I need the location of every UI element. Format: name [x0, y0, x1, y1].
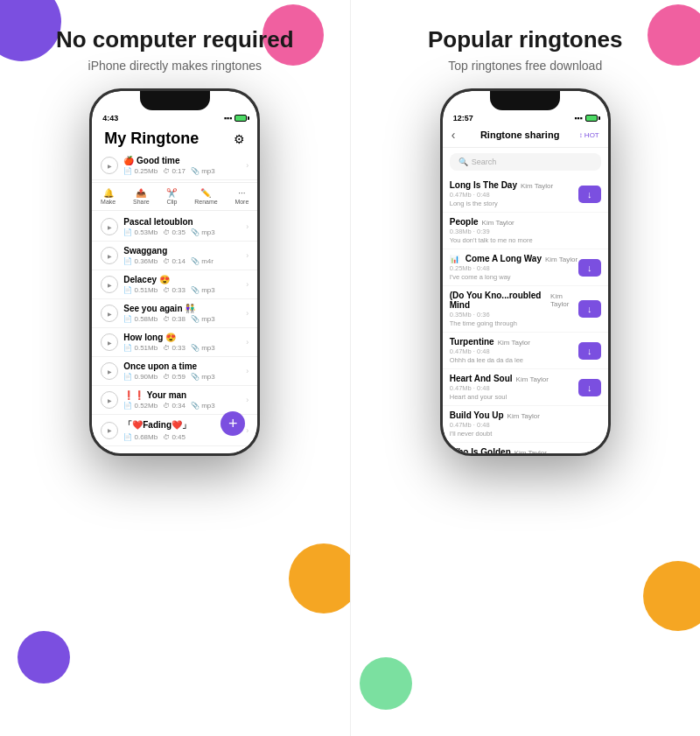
song-artist: Kim Taylor: [508, 412, 540, 420]
list-item[interactable]: Once upon a time 📄 0.90Mb ⏱ 0:59 📎 mp3 ›: [92, 357, 257, 386]
download-button[interactable]: [578, 379, 601, 396]
blob-decoration: [289, 543, 350, 613]
duration: ⏱ 0:33: [163, 344, 186, 352]
file-size: 📄 0.25Mb: [123, 167, 158, 175]
list-item[interactable]: Long Is The Day Kim Taylor 0.47Mb · 0:48…: [443, 176, 608, 213]
wifi-icon: ▪▪▪: [224, 114, 233, 123]
right-screen-header: ‹ Ringtone sharing ↕ HOT: [443, 123, 608, 148]
right-panel: Popular ringtones Top ringtones free dow…: [351, 0, 701, 736]
blob-decoration: [643, 561, 700, 631]
toolbar-item-make[interactable]: 🔔 Make: [101, 188, 116, 205]
song-meta: 0.35Mb · 0:36: [450, 311, 578, 319]
toolbar-item-rename[interactable]: ✏️ Rename: [194, 188, 217, 205]
play-button[interactable]: [101, 422, 118, 439]
ringtone-name: ❗❗ Your man: [123, 390, 246, 400]
ringtone-info: ❗❗ Your man 📄 0.52Mb ⏱ 0:34 📎 mp3: [123, 390, 246, 410]
song-info: Heart And Soul Kim Taylor 0.47Mb · 0:48 …: [450, 374, 578, 401]
download-button[interactable]: [578, 259, 601, 277]
list-item[interactable]: 📊 Come A Long Way Kim Taylor 0.25Mb · 0:…: [443, 249, 608, 286]
chevron-right-icon: ›: [246, 396, 248, 404]
list-item[interactable]: How long 😍 📄 0.51Mb ⏱ 0:33 📎 mp3 ›: [92, 328, 257, 357]
song-meta: 0.47Mb · 0:48: [450, 191, 578, 199]
ringtone-sharing-title: Ringtone sharing: [460, 130, 578, 140]
signal-icon: ▪▪▪: [574, 114, 583, 123]
song-title-row: People Kim Taylor: [450, 217, 601, 227]
list-item[interactable]: 🍎 Good time 📄 0.25Mb ⏱ 0:17 📎 mp3 ›: [92, 151, 257, 180]
list-item[interactable]: Heart And Soul Kim Taylor 0.47Mb · 0:48 …: [443, 369, 608, 406]
chevron-right-icon: ›: [246, 309, 248, 318]
right-time: 12:57: [453, 114, 473, 123]
search-bar[interactable]: 🔍 Search: [450, 153, 601, 171]
back-button[interactable]: ‹: [452, 128, 456, 142]
list-item[interactable]: (Do You Kno...roubled Mind Kim Taylor 0.…: [443, 286, 608, 333]
play-button[interactable]: [101, 391, 118, 409]
play-button[interactable]: [101, 333, 118, 351]
song-title: (Do You Kno...roubled Mind: [450, 291, 547, 310]
play-button[interactable]: [101, 305, 118, 322]
settings-icon[interactable]: ⚙: [234, 132, 245, 146]
left-status-icons: ▪▪▪: [224, 114, 248, 123]
duration: ⏱ 0:59: [163, 373, 186, 381]
chevron-right-icon: ›: [246, 251, 248, 260]
play-button[interactable]: [101, 276, 118, 293]
ringtone-info: See you again 👫 📄 0.58Mb ⏱ 0:38 📎 mp3: [123, 304, 246, 323]
chevron-right-icon: ›: [246, 426, 248, 435]
rename-icon: ✏️: [200, 188, 211, 198]
left-phone-screen: 4:43 ▪▪▪ My Ringtone ⚙ 🍎 Good time 📄 0.2…: [92, 91, 257, 453]
left-screen-content: My Ringtone ⚙ 🍎 Good time 📄 0.25Mb ⏱ 0:1…: [92, 123, 257, 453]
song-desc: I'll never doubt: [450, 430, 601, 438]
file-size: 📄 0.51Mb: [123, 286, 158, 294]
blob-decoration: [0, 0, 61, 61]
download-button[interactable]: [578, 186, 601, 203]
phone-notch: [140, 91, 210, 110]
play-button[interactable]: [101, 362, 118, 380]
hot-sort-button[interactable]: ↕ HOT: [579, 131, 599, 139]
song-meta: 0.25Mb · 0:48: [450, 264, 578, 272]
toolbar-label: Clip: [166, 199, 177, 205]
toolbar-item-share[interactable]: 📤 Share: [133, 188, 150, 205]
ringtone-name: Delacey 😍: [123, 275, 246, 284]
ringtone-info: How long 😍 📄 0.51Mb ⏱ 0:33 📎 mp3: [123, 333, 246, 352]
ringtone-name: See you again 👫: [123, 304, 246, 313]
blob-decoration: [18, 631, 70, 683]
song-desc: Long is the story: [450, 200, 578, 207]
my-ringtone-title: My Ringtone: [104, 130, 199, 148]
song-info: People Kim Taylor 0.38Mb · 0:39 You don'…: [450, 217, 601, 244]
song-title: Heart And Soul: [450, 374, 513, 383]
list-item[interactable]: Build You Up Kim Taylor 0.47Mb · 0:48 I'…: [443, 406, 608, 443]
play-button[interactable]: [101, 247, 118, 264]
song-title-row: Heart And Soul Kim Taylor: [450, 374, 578, 383]
clip-icon: ✂️: [166, 188, 177, 198]
download-button[interactable]: [578, 342, 601, 360]
file-size: 📄 0.36Mb: [123, 257, 158, 265]
left-screen-header: My Ringtone ⚙: [92, 123, 257, 151]
song-title-row: Who Is Golden Kim Taylor: [450, 447, 601, 453]
more-icon: ···: [238, 188, 245, 198]
song-title: People: [450, 217, 479, 227]
list-item[interactable]: People Kim Taylor 0.38Mb · 0:39 You don'…: [443, 213, 608, 249]
toolbar-item-clip[interactable]: ✂️ Clip: [166, 188, 177, 205]
song-title: Who Is Golden: [450, 447, 511, 453]
song-title-row: Turpentine Kim Taylor: [450, 337, 578, 347]
song-title: Build You Up: [450, 410, 504, 420]
duration: ⏱ 0:35: [163, 228, 186, 236]
battery-icon: [585, 115, 598, 122]
song-artist: Kim Taylor: [482, 219, 514, 227]
list-item[interactable]: Delacey 😍 📄 0.51Mb ⏱ 0:33 📎 mp3 ›: [92, 270, 257, 299]
song-title: Come A Long Way: [466, 254, 542, 263]
list-item[interactable]: See you again 👫 📄 0.58Mb ⏱ 0:38 📎 mp3 ›: [92, 299, 257, 328]
ringtone-info: Delacey 😍 📄 0.51Mb ⏱ 0:33 📎 mp3: [123, 275, 246, 294]
toolbar-item-more[interactable]: ··· More: [234, 188, 248, 205]
ringtone-name: Pascal letoublon: [123, 217, 246, 227]
play-button[interactable]: [101, 157, 118, 174]
ringtone-meta: 📄 0.53Mb ⏱ 0:35 📎 mp3: [123, 228, 246, 236]
song-info: Turpentine Kim Taylor 0.47Mb · 0:48 Ohhh…: [450, 337, 578, 364]
play-button[interactable]: [101, 218, 118, 235]
download-button[interactable]: [578, 300, 601, 318]
ringtone-meta: 📄 0.52Mb ⏱ 0:34 📎 mp3: [123, 402, 246, 410]
song-title-row: 📊 Come A Long Way Kim Taylor: [450, 254, 578, 263]
list-item[interactable]: Who Is Golden Kim Taylor 0.35Mb · 0:36 H…: [443, 443, 608, 453]
list-item[interactable]: Swaggang 📄 0.36Mb ⏱ 0:14 📎 m4r ›: [92, 242, 257, 270]
list-item[interactable]: Pascal letoublon 📄 0.53Mb ⏱ 0:35 📎 mp3 ›: [92, 213, 257, 242]
list-item[interactable]: Turpentine Kim Taylor 0.47Mb · 0:48 Ohhh…: [443, 333, 608, 369]
